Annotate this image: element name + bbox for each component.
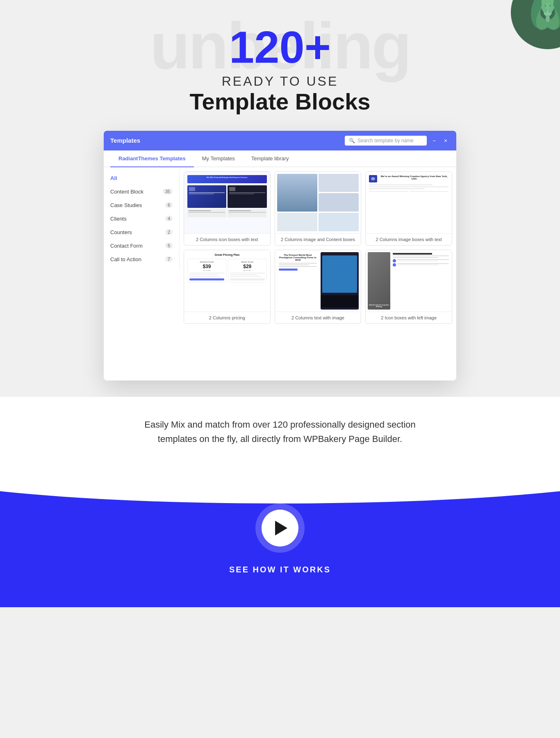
sidebar-item-counters-label: Counters (110, 229, 132, 235)
browser-window: Templates 🔍 Search template by name − × … (104, 131, 456, 380)
template-card-1[interactable]: We Offer Financial Strategies And Superi… (184, 171, 271, 246)
sidebar-item-case-studies[interactable]: Case Studies 6 (104, 198, 179, 212)
search-icon: 🔍 (349, 138, 355, 144)
template-card-6[interactable]: Make Recruiting Your Competitive Advanta… (365, 250, 452, 324)
tab-template-library[interactable]: Template library (243, 150, 297, 167)
search-box[interactable]: 🔍 Search template by name (345, 136, 427, 146)
template-label-2: 2 Columns image and Content boxes (275, 233, 361, 245)
sidebar-item-call-to-action-badge: 7 (165, 256, 173, 262)
hero-subtitle2: Template Blocks (0, 89, 560, 114)
description-section: Easily Mix and match from over 120 profe… (0, 397, 560, 471)
see-how-label[interactable]: SEE HOW IT WORKS (8, 565, 552, 574)
play-button[interactable] (262, 510, 298, 547)
template-preview-1: We Offer Financial Strategies And Superi… (184, 172, 270, 233)
sidebar-item-counters-badge: 2 (165, 229, 173, 235)
template-label-3: 2 Columns image boxes with text (366, 233, 452, 245)
sidebar: All Content Block 35 Case Studies 6 Clie… (104, 167, 180, 270)
play-icon (275, 521, 287, 535)
sidebar-item-content-block-badge: 35 (163, 189, 173, 194)
template-preview-4: Great Pricing Plan DESIGN PLAN $39 per m… (184, 250, 270, 312)
sidebar-item-call-to-action-label: Call to Action (110, 256, 141, 262)
template-preview-6: Make Recruiting Your Competitive Advanta… (366, 250, 452, 312)
close-button[interactable]: × (442, 137, 450, 145)
tab-my-templates[interactable]: My Templates (194, 150, 243, 167)
sidebar-item-contact-form-badge: 5 (165, 243, 173, 248)
template-card-4[interactable]: Great Pricing Plan DESIGN PLAN $39 per m… (184, 250, 271, 324)
browser-title: Templates (110, 137, 140, 144)
sidebar-item-clients[interactable]: Clients 4 (104, 212, 179, 226)
play-outer-ring (255, 503, 305, 553)
template-preview-3: We're an Award Winning Creative Agency f… (366, 172, 452, 233)
sidebar-item-content-block-label: Content Block (110, 189, 143, 195)
template-label-5: 2 Columns text with image (275, 312, 361, 323)
minimize-button[interactable]: − (430, 137, 438, 145)
sidebar-item-all[interactable]: All (104, 171, 179, 185)
sidebar-item-counters[interactable]: Counters 2 (104, 226, 179, 239)
browser-header: Templates 🔍 Search template by name − × (104, 131, 456, 150)
tab-radiant-themes[interactable]: RadiantThemes Templates (110, 150, 194, 167)
browser-body: All Content Block 35 Case Studies 6 Clie… (104, 167, 456, 380)
template-label-6: 2 Icon boxes with left image (366, 312, 452, 323)
play-button-container (8, 503, 552, 553)
sidebar-item-content-block[interactable]: Content Block 35 (104, 185, 179, 198)
template-card-2[interactable]: 2 Columns image and Content boxes (275, 171, 362, 246)
sidebar-item-case-studies-badge: 6 (165, 202, 173, 208)
sidebar-item-all-label: All (110, 175, 117, 181)
browser-tabs: RadiantThemes Templates My Templates Tem… (104, 150, 456, 167)
browser-controls: 🔍 Search template by name − × (345, 136, 450, 146)
hero-number: 120+ (0, 25, 560, 70)
sidebar-item-contact-form[interactable]: Contact Form 5 (104, 239, 179, 253)
sidebar-item-clients-label: Clients (110, 216, 127, 222)
template-preview-2 (275, 172, 361, 233)
template-preview-5: The Present World Most Prestigious Consu… (275, 250, 361, 312)
bottom-section: SEE HOW IT WORKS (0, 471, 560, 607)
template-card-3[interactable]: We're an Award Winning Creative Agency f… (365, 171, 452, 246)
sidebar-item-clients-badge: 4 (165, 216, 173, 221)
svg-point-12 (546, 15, 550, 22)
top-section: unbeling 120+ READY TO USE Template Bloc… (0, 0, 560, 397)
description-text: Easily Mix and match from over 120 profe… (124, 417, 436, 446)
template-grid: We Offer Financial Strategies And Superi… (180, 167, 456, 380)
template-label-1: 2 Columns icon boxes with text (184, 233, 270, 245)
template-label-4: 2 Columns pricing (184, 312, 270, 323)
sidebar-item-case-studies-label: Case Studies (110, 202, 142, 208)
sidebar-item-call-to-action[interactable]: Call to Action 7 (104, 253, 179, 266)
template-card-5[interactable]: The Present World Most Prestigious Consu… (275, 250, 362, 324)
sidebar-item-contact-form-label: Contact Form (110, 243, 143, 249)
search-input-placeholder: Search template by name (357, 138, 414, 144)
sidebar-wrapper: All Content Block 35 Case Studies 6 Clie… (104, 167, 180, 380)
svg-point-11 (546, 2, 550, 10)
